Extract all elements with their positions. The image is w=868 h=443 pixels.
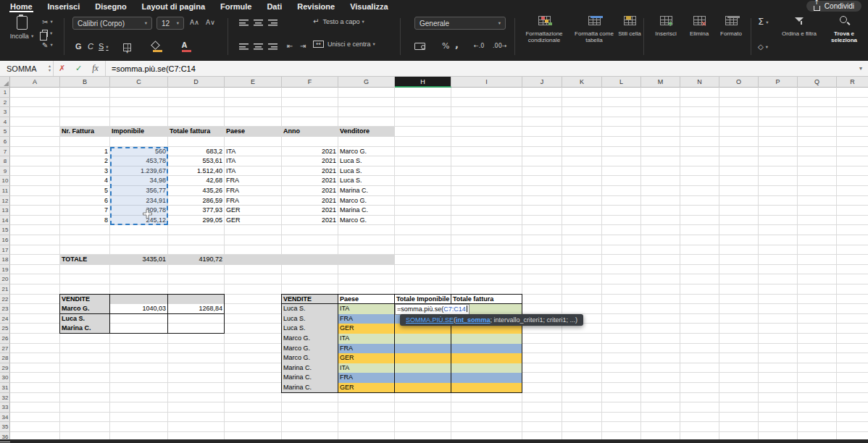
cell-D23[interactable]: 1268,84 [170, 304, 222, 314]
column-header-R[interactable]: R [837, 77, 868, 88]
cell-F27[interactable]: Marco G. [283, 344, 336, 354]
row-header-7[interactable]: 7 [0, 147, 10, 157]
cell-G7[interactable]: Marco G. [340, 147, 393, 157]
cell-E12[interactable]: FRA [226, 196, 280, 206]
sort-filter-button[interactable]: Ordina e filtra [780, 15, 819, 37]
share-button[interactable]: Condividi [806, 1, 861, 12]
cell-G31[interactable]: GER [340, 383, 393, 393]
cell-E9[interactable]: ITA [226, 166, 280, 177]
row-header-1[interactable]: 1 [0, 88, 10, 98]
cell-C5[interactable]: Imponibile [112, 127, 166, 137]
cell-E10[interactable]: FRA [226, 176, 280, 186]
tab-dati[interactable]: Dati [266, 1, 283, 12]
align-right-icon[interactable] [268, 43, 277, 50]
percent-style-icon[interactable]: % [442, 41, 449, 51]
row-header-23[interactable]: 23 [0, 304, 10, 314]
column-header-B[interactable]: B [60, 77, 110, 88]
row-header-24[interactable]: 24 [0, 314, 10, 324]
cut-button[interactable]: ✂ [42, 16, 53, 28]
format-cells-button[interactable]: Formato [716, 15, 746, 37]
column-header-I[interactable]: I [451, 77, 522, 88]
row-header-17[interactable]: 17 [0, 245, 10, 256]
row-header-3[interactable]: 3 [0, 107, 10, 117]
cell-B23[interactable]: Marco G. [62, 304, 108, 314]
cell-F26[interactable]: Marco G. [283, 334, 336, 344]
row-header-6[interactable]: 6 [0, 137, 10, 147]
row-header-26[interactable]: 26 [0, 334, 10, 344]
find-select-button[interactable]: Trova e seleziona [823, 15, 865, 43]
delete-cells-button[interactable]: Elimina [684, 15, 714, 37]
cell-F29[interactable]: Marina C. [283, 363, 336, 374]
row-header-19[interactable]: 19 [0, 265, 10, 275]
cell-D12[interactable]: 286,59 [170, 196, 222, 206]
cell-F7[interactable]: 2021 [283, 147, 336, 157]
cell-B14[interactable]: 8 [62, 216, 108, 226]
cell-D14[interactable]: 299,05 [170, 216, 222, 226]
align-middle-icon[interactable] [254, 19, 263, 26]
tab-inserisci[interactable]: Inserisci [47, 1, 81, 12]
cell-F9[interactable]: 2021 [283, 166, 336, 177]
cell-D9[interactable]: 1.512,40 [170, 166, 222, 177]
column-header-D[interactable]: D [168, 77, 225, 88]
row-header-15[interactable]: 15 [0, 225, 10, 235]
wrap-text-button[interactable]: ↵ Testo a capo [313, 17, 364, 25]
cell-F30[interactable]: Marina C. [283, 373, 336, 383]
cell-B22[interactable]: VENDITE [62, 295, 108, 305]
clear-icon[interactable]: ◇ [758, 43, 768, 51]
row-header-21[interactable]: 21 [0, 284, 10, 295]
row-header-36[interactable]: 36 [0, 432, 10, 442]
format-as-table-button[interactable]: Formatta come tabella [572, 15, 616, 43]
row-header-29[interactable]: 29 [0, 363, 10, 374]
row-header-16[interactable]: 16 [0, 235, 10, 245]
row-header-22[interactable]: 22 [0, 295, 10, 305]
row-header-13[interactable]: 13 [0, 206, 10, 216]
cancel-entry-icon[interactable]: ✗ [54, 64, 70, 73]
cell-E14[interactable]: GER [226, 216, 280, 226]
row-header-33[interactable]: 33 [0, 402, 10, 413]
tab-home[interactable]: Home [9, 1, 33, 12]
decrease-font-size-icon[interactable]: A∨ [206, 19, 215, 26]
cell-D10[interactable]: 42,68 [170, 176, 222, 186]
cell-G30[interactable]: FRA [340, 373, 393, 383]
comma-style-icon[interactable]: , [455, 39, 459, 50]
cell-B18[interactable]: TOTALE [62, 255, 108, 265]
italic-button[interactable]: C [88, 42, 93, 51]
cell-G13[interactable]: Marina C. [340, 206, 393, 216]
row-header-2[interactable]: 2 [0, 98, 10, 108]
row-header-20[interactable]: 20 [0, 274, 10, 284]
cell-G28[interactable]: GER [340, 353, 393, 363]
column-header-F[interactable]: F [282, 77, 338, 88]
font-color-icon[interactable]: A [180, 41, 189, 52]
row-header-11[interactable]: 11 [0, 186, 10, 196]
cell-D13[interactable]: 377,93 [170, 206, 222, 216]
row-header-27[interactable]: 27 [0, 344, 10, 354]
function-name-link[interactable]: SOMMA.PIÙ.SE [406, 316, 454, 324]
cell-D18[interactable]: 4190,72 [170, 255, 222, 265]
autosum-icon[interactable]: Σ [758, 16, 768, 27]
row-header-30[interactable]: 30 [0, 373, 10, 383]
decrease-decimal-icon[interactable]: .00→ [493, 43, 506, 49]
row-header-12[interactable]: 12 [0, 196, 10, 206]
confirm-entry-icon[interactable]: ✓ [70, 64, 87, 73]
cell-styles-button[interactable]: Stili cella [617, 15, 642, 37]
cell-E8[interactable]: ITA [226, 156, 280, 166]
cell-C23[interactable]: 1040,03 [112, 304, 166, 314]
column-header-O[interactable]: O [719, 77, 759, 88]
cell-B13[interactable]: 7 [62, 206, 108, 216]
cell-H22[interactable]: Totale Imponibile [396, 295, 449, 305]
formula-bar-expand-icon[interactable]: ▾ [854, 65, 868, 72]
cell-B5[interactable]: Nr. Fattura [62, 127, 108, 137]
fill-color-icon[interactable] [151, 42, 160, 52]
cell-G12[interactable]: Marco G. [340, 196, 393, 206]
column-header-G[interactable]: G [338, 77, 395, 88]
cell-G24[interactable]: FRA [340, 314, 393, 324]
cell-B7[interactable]: 1 [62, 147, 108, 157]
row-header-9[interactable]: 9 [0, 166, 10, 177]
conditional-formatting-button[interactable]: Formattazione condizionale [519, 15, 569, 43]
row-header-32[interactable]: 32 [0, 393, 10, 403]
cell-F13[interactable]: 2021 [283, 206, 336, 216]
cell-F22[interactable]: VENDITE [283, 295, 336, 305]
tab-formule[interactable]: Formule [220, 1, 252, 12]
cell-G27[interactable]: FRA [340, 344, 393, 354]
cell-F31[interactable]: Marina C. [283, 383, 336, 393]
